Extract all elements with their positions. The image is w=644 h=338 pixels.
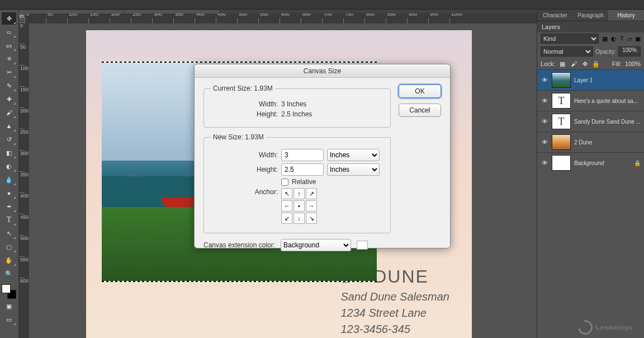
selection-marquee (102, 281, 377, 282)
lock-trans-icon[interactable]: ▦ (558, 60, 566, 68)
anchor-se[interactable]: ↘ (306, 213, 317, 224)
visibility-icon[interactable]: 👁 (541, 159, 548, 166)
width-unit-select[interactable]: Inches (327, 149, 380, 161)
relative-checkbox[interactable] (281, 179, 288, 186)
lasso-tool[interactable]: ᔕ (2, 39, 16, 51)
crop-tool[interactable]: ✂ (2, 66, 16, 78)
path-tool[interactable]: ↖ (2, 227, 16, 240)
new-height-label: Height: (211, 166, 278, 173)
healing-tool[interactable]: ✚ (2, 93, 16, 105)
layer-name[interactable]: Layer 1 (574, 77, 641, 83)
move-tool[interactable]: ✥ (2, 12, 16, 25)
watermark: Lendwings (578, 320, 633, 335)
card-subtitle: Sand Dune Salesman (340, 290, 449, 303)
brush-tool[interactable]: 🖌 (2, 106, 16, 119)
new-size-group: New Size: 1.93M Width: Inches Height: In… (203, 133, 391, 233)
layer-row[interactable]: 👁 T Here's a quote about sa... (537, 90, 644, 111)
new-width-input[interactable] (281, 149, 324, 161)
anchor-grid[interactable]: ↖ ↑ ↗ ← • → ↙ ↓ ↘ (281, 188, 317, 224)
filter-smart-icon[interactable]: ▣ (635, 35, 641, 43)
lock-icon: 🔒 (634, 160, 641, 166)
new-width-label: Width: (211, 151, 278, 159)
anchor-nw[interactable]: ↖ (281, 188, 292, 199)
ruler-horizontal: 0501001502002503003504004505005506006507… (25, 13, 537, 24)
layer-thumb[interactable] (552, 72, 571, 88)
quickmask-toggle[interactable]: ▣ (2, 300, 16, 312)
layer-thumb[interactable]: T (552, 114, 571, 129)
visibility-icon[interactable]: 👁 (541, 139, 548, 145)
shape-tool[interactable]: ▢ (2, 241, 16, 253)
tab-character[interactable]: Character (537, 10, 573, 21)
filter-pixel-icon[interactable]: ▦ (602, 35, 608, 43)
filter-type-icon[interactable]: T (620, 35, 624, 42)
new-height-input[interactable] (281, 163, 324, 176)
anchor-ne[interactable]: ↗ (306, 188, 317, 199)
filter-adjust-icon[interactable]: ◐ (611, 35, 617, 43)
eraser-tool[interactable]: ◧ (2, 147, 16, 159)
fill-label: Fill: (612, 60, 622, 67)
fg-color-swatch[interactable] (2, 284, 11, 293)
watermark-text: Lendwings (596, 324, 633, 331)
tab-history[interactable]: History (608, 10, 644, 21)
extension-color-select[interactable]: Background (281, 239, 351, 251)
anchor-s[interactable]: ↓ (293, 213, 305, 224)
lock-pixels-icon[interactable]: 🖌 (570, 60, 577, 68)
layer-filter-kind[interactable]: Kind (541, 34, 599, 44)
layer-row[interactable]: 👁 Layer 1 (537, 69, 644, 90)
layer-name[interactable]: Here's a quote about sa... (574, 98, 641, 104)
opacity-value[interactable]: 100% (618, 46, 641, 57)
gradient-tool[interactable]: ◐ (2, 160, 16, 172)
visibility-icon[interactable]: 👁 (541, 77, 548, 83)
stamp-tool[interactable]: ▲ (2, 120, 16, 132)
layers-panel-title[interactable]: Layers (537, 21, 644, 32)
lock-label: Lock: (541, 60, 555, 67)
marquee-tool[interactable]: ▭ (2, 26, 16, 38)
hand-tool[interactable]: ✋ (2, 254, 16, 266)
anchor-w[interactable]: ← (281, 200, 292, 212)
layer-name[interactable]: 2 Dune (574, 139, 641, 145)
visibility-icon[interactable]: 👁 (541, 118, 548, 125)
lock-all-icon[interactable]: 🔒 (592, 60, 600, 68)
blend-mode-select[interactable]: Normal (541, 46, 593, 57)
cur-width-label: Width: (211, 100, 278, 108)
anchor-n[interactable]: ↑ (293, 188, 305, 199)
blur-tool[interactable]: 💧 (2, 173, 16, 186)
fill-value[interactable]: 100% (625, 60, 641, 67)
wand-tool[interactable]: ✳ (2, 53, 16, 65)
color-swatches[interactable] (2, 284, 16, 299)
layers-list: 👁 Layer 1 👁 T Here's a quote about sa...… (537, 69, 644, 173)
layer-row[interactable]: 👁 Background 🔒 (537, 152, 644, 173)
lock-pos-icon[interactable]: ✥ (581, 60, 589, 68)
layer-thumb[interactable]: T (552, 93, 571, 109)
current-size-group: Current Size: 1.93M Width:3 Inches Heigh… (203, 84, 391, 128)
screenmode-toggle[interactable]: ▭ (2, 313, 16, 326)
zoom-tool[interactable]: 🔍 (2, 267, 16, 280)
tab-paragraph[interactable]: Paragraph (573, 10, 609, 21)
anchor-c[interactable]: • (293, 200, 305, 212)
anchor-sw[interactable]: ↙ (281, 213, 292, 224)
cancel-button[interactable]: Cancel (399, 104, 441, 117)
visibility-icon[interactable]: 👁 (541, 97, 548, 104)
height-unit-select[interactable]: Inches (327, 163, 380, 176)
layer-row[interactable]: 👁 T Sandy Dune Sand Dune ... (537, 111, 644, 132)
layer-name[interactable]: Sandy Dune Sand Dune ... (574, 119, 641, 125)
options-bar (0, 0, 644, 10)
pen-tool[interactable]: ✒ (2, 200, 16, 213)
watermark-logo-icon (575, 317, 595, 337)
card-phone: 123-3456-345 (340, 323, 449, 336)
dodge-tool[interactable]: ● (2, 187, 16, 199)
layer-thumb[interactable] (552, 155, 571, 171)
layer-row[interactable]: 👁 2 Dune (537, 132, 644, 152)
extension-color-label: Canvas extension color: (203, 241, 275, 249)
filter-shape-icon[interactable]: ▱ (627, 35, 632, 43)
dialog-title: Canvas Size (195, 64, 450, 78)
layer-thumb[interactable] (552, 134, 571, 150)
ok-button[interactable]: OK (399, 84, 441, 98)
extension-color-swatch[interactable] (357, 241, 368, 250)
history-brush-tool[interactable]: ↺ (2, 133, 16, 145)
layer-name[interactable]: Background (574, 160, 631, 166)
type-tool[interactable]: T (2, 214, 16, 226)
anchor-e[interactable]: → (306, 200, 317, 212)
eyedropper-tool[interactable]: ✎ (2, 79, 16, 92)
opacity-label: Opacity: (595, 49, 616, 55)
